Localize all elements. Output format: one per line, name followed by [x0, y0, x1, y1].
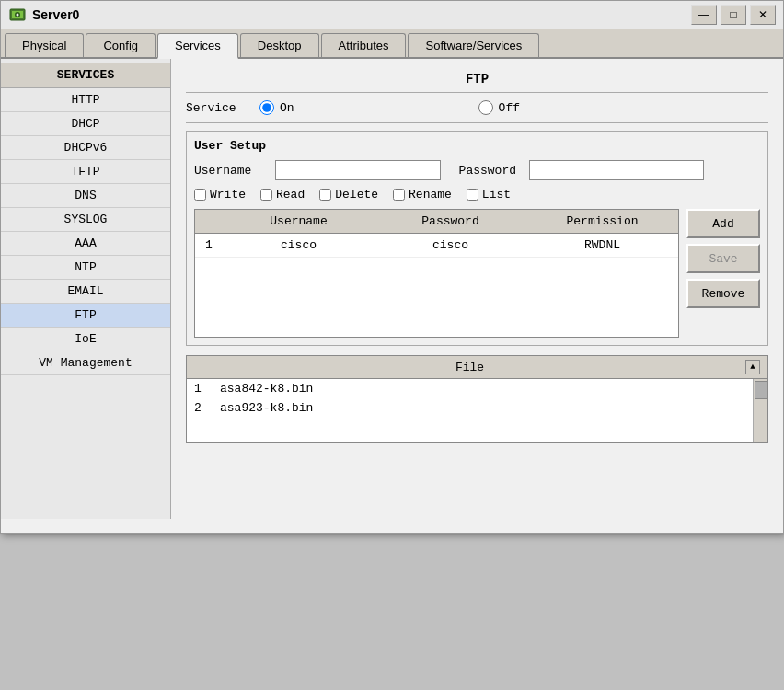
- write-permission[interactable]: Write: [194, 188, 246, 201]
- tab-physical[interactable]: Physical: [5, 33, 84, 57]
- row-password: cisco: [375, 236, 526, 254]
- username-input[interactable]: [275, 160, 441, 180]
- tab-services[interactable]: Services: [157, 33, 238, 59]
- password-input[interactable]: [529, 160, 704, 180]
- file-num-2: 2: [194, 401, 213, 415]
- remove-button[interactable]: Remove: [686, 279, 760, 308]
- file-item-1: 1 asa842-k8.bin: [187, 379, 767, 398]
- write-checkbox[interactable]: [194, 189, 206, 201]
- sidebar-item-http[interactable]: HTTP: [1, 88, 170, 112]
- title-bar: Server0 — □ ✕: [1, 1, 783, 29]
- minimize-button[interactable]: —: [691, 5, 717, 25]
- sidebar-item-email[interactable]: EMAIL: [1, 280, 170, 304]
- col-password-header: Password: [375, 213, 526, 230]
- delete-permission[interactable]: Delete: [319, 188, 378, 201]
- list-checkbox[interactable]: [467, 189, 478, 201]
- title-bar-left: Server0: [8, 6, 79, 24]
- service-on-label: On: [280, 101, 294, 115]
- user-table: Username Password Permission 1 cisco cis…: [194, 209, 679, 338]
- close-button[interactable]: ✕: [750, 5, 776, 25]
- file-item-2: 2 asa923-k8.bin: [187, 398, 767, 418]
- row-num: 1: [195, 236, 223, 254]
- sidebar-item-dhcpv6[interactable]: DHCPv6: [1, 136, 170, 160]
- rename-checkbox[interactable]: [393, 189, 405, 201]
- sidebar: SERVICES HTTP DHCP DHCPv6 TFTP DNS SYSLO…: [1, 59, 171, 519]
- user-setup-title: User Setup: [194, 139, 760, 153]
- table-header: Username Password Permission: [195, 210, 678, 234]
- read-checkbox[interactable]: [260, 189, 272, 201]
- rename-permission[interactable]: Rename: [393, 188, 452, 201]
- file-section: File ▲ 1 asa842-k8.bin 2 asa923-k8.bin: [186, 355, 768, 443]
- sidebar-item-tftp[interactable]: TFTP: [1, 160, 170, 184]
- service-label: Service: [186, 101, 259, 115]
- sidebar-item-vm-management[interactable]: VM Management: [1, 351, 170, 375]
- tab-desktop[interactable]: Desktop: [240, 33, 319, 57]
- row-username: cisco: [223, 236, 375, 254]
- sidebar-item-ntp[interactable]: NTP: [1, 256, 170, 280]
- row-permission: RWDNL: [526, 236, 678, 254]
- username-password-row: Username Password: [194, 160, 760, 180]
- read-label: Read: [276, 188, 305, 201]
- main-panel: FTP Service On Off User Setup: [171, 59, 783, 519]
- main-window: Server0 — □ ✕ Physical Config Services D…: [0, 0, 784, 534]
- file-num-1: 1: [194, 382, 213, 396]
- tabs-row: Physical Config Services Desktop Attribu…: [1, 29, 783, 59]
- write-label: Write: [210, 188, 246, 201]
- col-num-header: [195, 213, 223, 230]
- tab-config[interactable]: Config: [86, 33, 156, 57]
- svg-point-3: [17, 14, 19, 17]
- save-button[interactable]: Save: [686, 244, 760, 273]
- table-row: 1 cisco cisco RWDNL: [195, 234, 678, 258]
- window-title: Server0: [32, 7, 79, 22]
- tab-software-services[interactable]: Software/Services: [408, 33, 539, 57]
- service-on-radio[interactable]: [259, 100, 274, 115]
- content-area: SERVICES HTTP DHCP DHCPv6 TFTP DNS SYSLO…: [1, 59, 783, 519]
- title-bar-controls: — □ ✕: [691, 5, 776, 25]
- app-icon: [8, 6, 27, 24]
- user-setup-box: User Setup Username Password Write: [186, 131, 768, 346]
- delete-label: Delete: [335, 188, 378, 201]
- service-row: Service On Off: [186, 92, 768, 123]
- sidebar-item-ftp[interactable]: FTP: [1, 304, 170, 328]
- action-buttons: Add Save Remove: [686, 209, 760, 338]
- maximize-button[interactable]: □: [721, 5, 746, 25]
- permissions-row: Write Read Delete Rename: [194, 188, 760, 201]
- sidebar-header: SERVICES: [1, 63, 170, 88]
- sidebar-item-dns[interactable]: DNS: [1, 184, 170, 208]
- file-name-1: asa842-k8.bin: [220, 382, 313, 396]
- scroll-thumb: [755, 381, 767, 399]
- file-title: File: [194, 361, 745, 374]
- radio-group: On Off: [259, 100, 768, 115]
- rename-label: Rename: [409, 188, 452, 201]
- password-label: Password: [448, 164, 522, 178]
- delete-checkbox[interactable]: [319, 189, 331, 201]
- service-on-option[interactable]: On: [259, 100, 294, 115]
- sidebar-item-dhcp[interactable]: DHCP: [1, 112, 170, 136]
- read-permission[interactable]: Read: [260, 188, 305, 201]
- file-header: File ▲: [186, 355, 768, 378]
- sidebar-item-ioe[interactable]: IoE: [1, 328, 170, 351]
- file-scrollbar: [753, 379, 767, 442]
- tab-attributes[interactable]: Attributes: [321, 33, 407, 57]
- service-off-option[interactable]: Off: [478, 100, 520, 115]
- col-username-header: Username: [223, 213, 375, 230]
- username-label: Username: [194, 164, 268, 178]
- service-off-radio[interactable]: [478, 100, 493, 115]
- service-off-label: Off: [499, 101, 520, 115]
- add-button[interactable]: Add: [686, 209, 760, 238]
- file-scroll-up[interactable]: ▲: [745, 360, 760, 374]
- file-name-2: asa923-k8.bin: [220, 401, 313, 415]
- col-permission-header: Permission: [526, 213, 678, 230]
- panel-title: FTP: [186, 66, 768, 92]
- sidebar-item-syslog[interactable]: SYSLOG: [1, 208, 170, 232]
- list-permission[interactable]: List: [467, 188, 511, 201]
- file-list: 1 asa842-k8.bin 2 asa923-k8.bin: [186, 378, 768, 443]
- sidebar-item-aaa[interactable]: AAA: [1, 232, 170, 256]
- list-label: List: [482, 188, 511, 201]
- table-buttons-row: Username Password Permission 1 cisco cis…: [194, 209, 760, 338]
